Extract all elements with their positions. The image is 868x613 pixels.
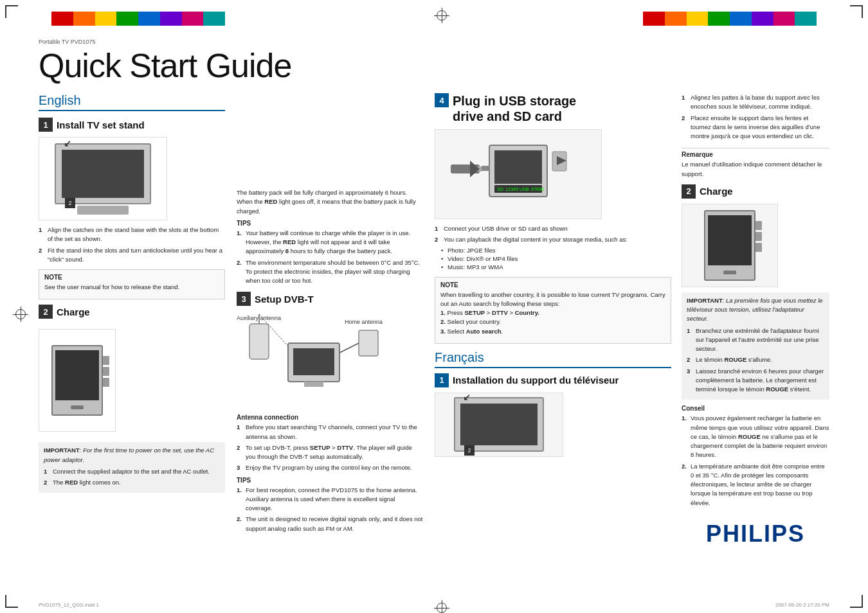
section-install-tv: 1 Install TV set stand ↙ 2 (39, 118, 225, 299)
section1-num: 1 (39, 118, 53, 132)
fr-tv-btn-2 (755, 232, 762, 241)
fr-charge-steps: 1Branchez une extrémité de l'adaptateur … (687, 326, 824, 395)
usb-port (482, 166, 489, 171)
media-video: Video: DivX® or MP4 files (441, 255, 671, 262)
fr-right-col: 1Alignez les pattes à la base du support… (682, 93, 829, 547)
section-dvbt: 3 Setup DVB-T (237, 292, 423, 533)
column-mid: The battery pack will be fully charged i… (237, 93, 423, 547)
bar-seg-r6 (752, 12, 773, 26)
tips-box-dvbt: TIPS 1.For best reception, connect the P… (237, 477, 423, 533)
usb-title: 4 Plug in USB storagedrive and SD card (435, 93, 671, 124)
top-color-bar-right (643, 12, 817, 26)
important-box-charge: IMPORTANT: For the first time to power o… (39, 442, 225, 493)
tv-stand-illustration: ↙ 2 (39, 137, 167, 220)
section1-note-title: NOTE (44, 274, 219, 281)
section-usb: 4 Plug in USB storagedrive and SD card (435, 93, 671, 271)
conseil-item-2: 2.La température ambiante doit être comp… (682, 462, 829, 508)
bar-seg-r5 (730, 12, 752, 26)
bar-seg-8 (203, 12, 225, 26)
main-columns: English 1 Install TV set stand ↙ (39, 93, 829, 547)
section-fr-charge: 2 Charge (682, 184, 829, 508)
bar-seg-r2 (665, 12, 687, 26)
bar-seg-2 (73, 12, 95, 26)
fr-charge-step-1: 1Branchez une extrémité de l'adaptateur … (687, 326, 824, 354)
bar-seg-r4 (708, 12, 730, 26)
product-model: Portable TV PVD1075 (39, 39, 829, 45)
dvbt-tips-list: 1.For best reception, connect the PVD107… (237, 486, 423, 533)
note-travel-text: When travelling to another country, it i… (440, 290, 665, 336)
column-left: English 1 Install TV set stand ↙ (39, 93, 225, 547)
charge-area (39, 324, 225, 437)
tips-title-charge: TIPS (237, 220, 423, 227)
conseil-title: Conseil (682, 405, 829, 412)
tips-title-dvbt: TIPS (237, 477, 423, 484)
right-inner: 4 Plug in USB storagedrive and SD card (435, 93, 829, 547)
antenna-tv-screen (293, 348, 334, 375)
tv-device-buttons (103, 356, 109, 387)
section1-note: NOTE See the user manual for how to rele… (39, 269, 225, 299)
charge-tip-2: 2.The environment temperature should be … (237, 258, 423, 286)
tv-btn-2 (103, 367, 109, 376)
stand-base (77, 206, 129, 215)
home-antenna-label: Home antenna (345, 319, 383, 325)
conseil-item-1: 1.Vous pouvez également recharger la bat… (682, 414, 829, 459)
fr-important-box: IMPORTANT: La première fois que vous met… (682, 292, 829, 400)
usb-steps: 1Connect your USB drive or SD card as sh… (435, 224, 671, 245)
column-right: 4 Plug in USB storagedrive and SD card (435, 93, 829, 547)
corner-mark-tl (5, 5, 18, 18)
tv-device (51, 345, 103, 416)
fr-tv-btn-1 (755, 221, 762, 230)
fr-stand-step-2: 2Placez ensuite le support dans les fent… (682, 114, 829, 141)
corner-mark-br (850, 595, 863, 608)
step-1-2: 2Fit the stand into the slots and turn a… (39, 246, 225, 265)
fr-tv-device (704, 210, 755, 281)
ant-step-1: 1Before you start searching TV channels,… (237, 423, 423, 441)
media-music: Music: MP3 or WMA (441, 263, 671, 271)
fr-tv-screen (460, 404, 538, 445)
section2-num: 2 (39, 305, 53, 319)
power-connector (71, 405, 84, 409)
section1-steps: 1Align the catches on the stand base wit… (39, 226, 225, 264)
media-types: Photo: JPGE files Video: DivX® or MP4 fi… (435, 247, 671, 271)
bar-seg-r8 (795, 12, 817, 26)
note-box-travel: NOTE When travelling to another country,… (435, 277, 671, 344)
aux-antenna-label: Auxiliary antenna (237, 315, 281, 321)
usb-arrow (470, 161, 480, 177)
antenna-connection-section: Antenna connection 1Before you start sea… (237, 414, 423, 472)
fr-arrow-1: ↙ (463, 392, 471, 402)
tv-btn-3 (103, 378, 109, 387)
dvbt-tip-1: 1.For best reception, connect the PVD107… (237, 486, 423, 513)
arrow-1: ↙ (64, 138, 71, 148)
battery-charge-text-area: The battery pack will be fully charged i… (237, 188, 423, 285)
section3-title: 3 Setup DVB-T (237, 292, 423, 306)
section-charge: 2 Charge (39, 305, 225, 493)
antenna-connection-title: Antenna connection (237, 414, 423, 421)
fr-num-badge-2: 2 (464, 445, 475, 456)
fr-stand-step-1: 1Alignez les pattes à la base du support… (682, 93, 829, 112)
bar-seg-4 (116, 12, 138, 26)
fr-tv-body: ↙ 2 (454, 397, 544, 452)
bar-seg-r7 (773, 12, 795, 26)
important-label: IMPORTANT: For the first time to power o… (44, 447, 214, 463)
top-color-bar-left (51, 12, 225, 26)
usb-illustration: SD: 12345 USB: 67890 (435, 129, 602, 219)
footer: PVD1075_12_QSG.indd 1 2007-09-20 2:17:20… (39, 602, 829, 608)
ant-step-2: 2To set up DVB-T, press SETUP > DTTV. Th… (237, 443, 423, 462)
fr-tv-btn-3 (755, 243, 762, 252)
fr-important-label: IMPORTANT: La première fois que vous met… (687, 297, 823, 323)
footer-left: PVD1075_12_QSG.indd 1 (39, 602, 99, 608)
num-badge-2: 2 (65, 198, 75, 208)
usb-tv-screen (494, 150, 542, 184)
bar-seg-6 (160, 12, 182, 26)
section-fr2-title: 2 Charge (682, 184, 829, 199)
dvbt-tip-2: 2.The unit is designed to receive digita… (237, 515, 423, 533)
media-photo: Photo: JPGE files (441, 247, 671, 254)
antenna-stand (304, 382, 323, 387)
tv-body: ↙ 2 (55, 143, 151, 204)
section-fr2-num: 2 (682, 184, 696, 199)
bar-seg-r3 (687, 12, 709, 26)
fr-tv-device-buttons (755, 221, 762, 252)
section1-title: 1 Install TV set stand (39, 118, 225, 132)
home-antenna-body (359, 330, 378, 356)
fr-tv-stand-illustration: ↙ 2 (435, 393, 563, 457)
